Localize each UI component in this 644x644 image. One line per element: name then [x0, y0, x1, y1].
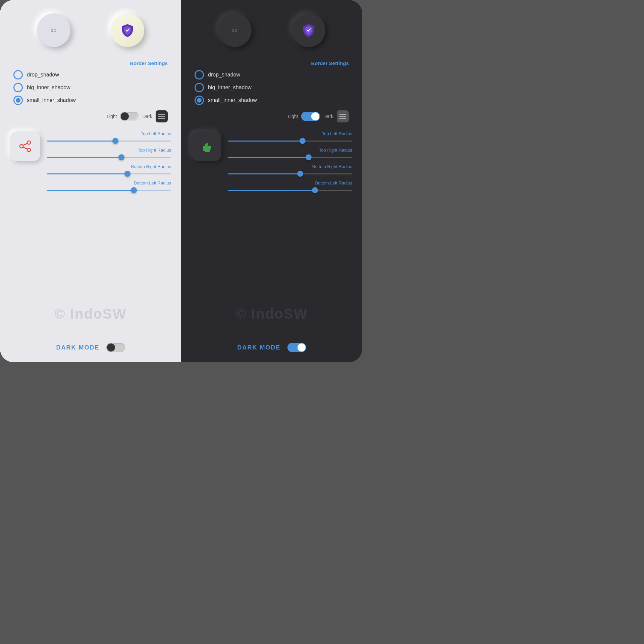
radio-label-2-light: big_inner_shadow: [27, 85, 70, 91]
thumb-2-light[interactable]: [118, 154, 124, 160]
slider-bottom-left-light: Bottom Left Radius: [47, 180, 171, 194]
shield-button-light[interactable]: [111, 13, 144, 47]
lines-icon-dark[interactable]: [337, 110, 349, 122]
radio-group-light: drop_shadow big_inner_shadow small_inner…: [13, 70, 168, 105]
thumbsup-icon-dark: [200, 140, 213, 153]
top-buttons-light: 3D: [10, 10, 171, 50]
radio-group-dark: drop_shadow big_inner_shadow small_inner…: [195, 70, 349, 105]
slider-top-right-label-dark: Top Right Radius: [319, 148, 352, 153]
radio-circle-3-light: [13, 96, 23, 105]
track-3-light: [47, 173, 171, 174]
thumb-1-light[interactable]: [112, 138, 118, 144]
thumb-4-light[interactable]: [131, 187, 137, 193]
shield-icon-light: [120, 23, 135, 38]
radio-circle-1-dark: [195, 70, 204, 79]
radio-big-inner-dark[interactable]: big_inner_shadow: [195, 83, 349, 92]
thumb-1-dark[interactable]: [300, 138, 306, 144]
3d-button-dark[interactable]: 3D: [218, 13, 252, 47]
slider-top-right-track-dark[interactable]: [228, 154, 352, 161]
slider-bottom-right-label-light: Bottom Right Radius: [131, 164, 171, 169]
3d-label-dark: 3D: [232, 28, 238, 33]
track-2-dark: [228, 157, 352, 158]
dark-mode-text-light: DARK MODE: [56, 344, 100, 351]
thumb-4-dark[interactable]: [312, 187, 318, 193]
slider-bottom-left-label-dark: Bottom Left Radius: [315, 180, 352, 185]
3d-button-light[interactable]: 3D: [37, 13, 70, 47]
settings-section-light: Border Settings drop_shadow big_inner_sh…: [10, 60, 171, 128]
radio-small-inner-light[interactable]: small_inner_shadow: [13, 96, 168, 105]
shield-button-dark[interactable]: [292, 13, 325, 47]
track-3-dark: [228, 173, 352, 174]
slider-section-dark: Top Left Radius Top Right Radius Bot: [228, 131, 352, 197]
svg-line-4: [23, 147, 28, 149]
radio-circle-2-light: [13, 83, 23, 92]
dark-mode-text-dark: DARK MODE: [237, 344, 281, 351]
track-4-light: [47, 190, 171, 191]
radio-label-3-light: small_inner_shadow: [27, 97, 76, 103]
radio-label-2-dark: big_inner_shadow: [208, 85, 252, 91]
theme-toggle-dark[interactable]: [301, 112, 320, 121]
toggle-thumb-dark: [311, 112, 319, 120]
shield-icon-dark: [301, 23, 316, 38]
slider-bottom-left-track-dark[interactable]: [228, 187, 352, 194]
radio-label-1-light: drop_shadow: [27, 72, 59, 78]
radio-label-1-dark: drop_shadow: [208, 72, 240, 78]
svg-point-2: [27, 148, 31, 152]
dark-mode-footer-dark: DARK MODE: [181, 343, 362, 352]
toggle-light-label-dark: Light: [288, 114, 298, 119]
share-icon-light: [19, 140, 32, 153]
slider-bottom-left-track-light[interactable]: [47, 187, 171, 194]
preview-row-light: Top Left Radius Top Right Radius Bot: [10, 131, 171, 197]
dark-panel: 3D Border Settings drop_shadow big_inner…: [181, 0, 362, 362]
watermark-dark: © IndoSW: [236, 306, 308, 322]
track-4-dark: [228, 190, 352, 191]
light-panel: 3D Border Settings drop_shadow big_inner…: [0, 0, 181, 362]
top-buttons-dark: 3D: [191, 10, 352, 50]
toggle-light-label-light: Light: [107, 114, 117, 119]
slider-bottom-right-dark: Bottom Right Radius: [228, 164, 352, 177]
slider-top-left-label-dark: Top Left Radius: [322, 131, 352, 136]
preview-row-dark: Top Left Radius Top Right Radius Bot: [191, 131, 352, 197]
thumb-2-dark[interactable]: [306, 154, 312, 160]
svg-point-0: [27, 141, 31, 144]
radio-circle-1-light: [13, 70, 23, 79]
radio-drop-shadow-light[interactable]: drop_shadow: [13, 70, 168, 79]
slider-top-left-track-light[interactable]: [47, 138, 171, 144]
radio-circle-3-dark: [195, 96, 204, 105]
dark-mode-toggle-light[interactable]: [106, 343, 125, 352]
radio-drop-shadow-dark[interactable]: drop_shadow: [195, 70, 349, 79]
slider-bottom-right-track-light[interactable]: [47, 170, 171, 177]
3d-label-light: 3D: [51, 28, 57, 33]
radio-circle-2-dark: [195, 83, 204, 92]
slider-bottom-right-light: Bottom Right Radius: [47, 164, 171, 177]
slider-bottom-left-dark: Bottom Left Radius: [228, 180, 352, 194]
slider-bottom-left-label-light: Bottom Left Radius: [134, 180, 171, 185]
slider-top-right-dark: Top Right Radius: [228, 148, 352, 161]
toggle-dark-label-dark: Dark: [323, 114, 333, 119]
svg-point-1: [20, 145, 23, 148]
slider-top-left-light: Top Left Radius: [47, 131, 171, 144]
slider-top-left-label-light: Top Left Radius: [141, 131, 171, 136]
lines-icon-light[interactable]: [156, 110, 168, 122]
toggle-row-light: Light Dark: [13, 110, 168, 122]
border-settings-label-dark: Border Settings: [195, 60, 349, 66]
dark-mode-toggle-dark[interactable]: [287, 343, 306, 352]
thumb-3-light[interactable]: [124, 171, 130, 177]
preview-icon-dark: [191, 131, 221, 161]
slider-top-right-track-light[interactable]: [47, 154, 171, 161]
toggle-row-dark: Light Dark: [195, 110, 349, 122]
preview-icon-light: [10, 131, 40, 161]
dark-mode-footer-light: DARK MODE: [0, 343, 181, 352]
slider-top-left-track-dark[interactable]: [228, 138, 352, 144]
track-2-light: [47, 157, 171, 158]
theme-toggle-light[interactable]: [120, 112, 139, 121]
track-1-light: [47, 141, 171, 142]
settings-section-dark: Border Settings drop_shadow big_inner_sh…: [191, 60, 352, 128]
slider-top-left-dark: Top Left Radius: [228, 131, 352, 144]
toggle-dark-label-light: Dark: [142, 114, 152, 119]
thumb-3-dark[interactable]: [297, 171, 303, 177]
slider-bottom-right-track-dark[interactable]: [228, 170, 352, 177]
radio-small-inner-dark[interactable]: small_inner_shadow: [195, 96, 349, 105]
slider-section-light: Top Left Radius Top Right Radius Bot: [47, 131, 171, 197]
radio-big-inner-light[interactable]: big_inner_shadow: [13, 83, 168, 92]
